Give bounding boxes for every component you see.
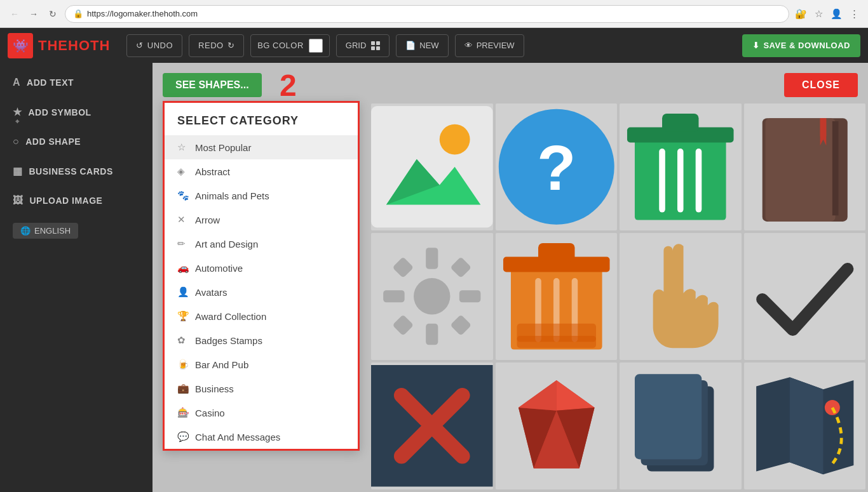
cards-icon: ▦	[13, 165, 23, 177]
category-item-most-popular[interactable]: ☆ Most Popular	[165, 135, 358, 159]
category-label: Bar And Pub	[195, 359, 248, 370]
grid-icon	[371, 41, 380, 50]
category-item-arrow[interactable]: ✕ Arrow	[165, 208, 358, 232]
star-cat-icon: ☆	[177, 142, 189, 153]
language-label: ENGLISH	[34, 226, 71, 236]
close-label: CLOSE	[802, 79, 840, 90]
sidebar-item-business-cards[interactable]: ▦ BUSINESS CARDS	[0, 156, 153, 186]
art-icon: ✏	[177, 238, 189, 249]
sidebar-item-add-text[interactable]: A ADD TEXT	[0, 68, 153, 97]
step-number: 2	[280, 69, 297, 102]
see-shapes-button[interactable]: SEE SHAPES...	[163, 73, 262, 97]
grid-button[interactable]: GRID	[336, 34, 390, 57]
symbol-grid: ?	[369, 101, 868, 492]
abstract-icon: ◈	[177, 166, 189, 177]
sidebar-item-upload-image[interactable]: 🖼 UPLOAD IMAGE	[0, 186, 153, 215]
symbol-map[interactable]	[744, 362, 866, 489]
save-label: SAVE & DOWNLOAD	[763, 41, 850, 50]
redo-icon: ↻	[227, 41, 235, 50]
category-item-avatars[interactable]: 👤 Avatars	[165, 280, 358, 304]
svg-rect-33	[517, 336, 595, 348]
category-label: Abstract	[195, 166, 230, 177]
logo-icon: 👾	[8, 33, 33, 58]
undo-icon: ↺	[136, 41, 144, 50]
step-indicator: 2	[280, 68, 297, 103]
language-badge[interactable]: 🌐 ENGLISH	[13, 223, 78, 239]
symbol-trash-green[interactable]	[620, 103, 742, 230]
svg-rect-45	[635, 375, 702, 460]
symbol-book[interactable]	[744, 103, 866, 230]
bookmark-icon[interactable]: ☆	[812, 8, 825, 20]
sidebar-label-upload-image: UPLOAD IMAGE	[30, 196, 103, 206]
category-label: Business	[195, 383, 234, 394]
save-button[interactable]: ⬇ SAVE & DOWNLOAD	[742, 34, 860, 57]
menu-icon[interactable]: ⋮	[848, 8, 860, 20]
symbol-gem[interactable]	[496, 362, 618, 489]
svg-rect-25	[450, 315, 471, 336]
sidebar-label-add-text: ADD TEXT	[27, 77, 74, 88]
symbol-landscape[interactable]	[371, 103, 493, 230]
svg-rect-14	[832, 121, 838, 215]
category-title: SELECT CATEGORY	[165, 103, 358, 135]
grid-label: GRID	[346, 41, 367, 50]
new-button[interactable]: 📄 NEW	[396, 34, 448, 57]
forward-button[interactable]: →	[27, 7, 41, 21]
category-label: Automotive	[195, 263, 243, 274]
svg-marker-47	[789, 377, 823, 474]
category-item-bar[interactable]: 🍺 Bar And Pub	[165, 352, 358, 376]
category-item-business[interactable]: 💼 Business	[165, 376, 358, 401]
sidebar-item-add-shape[interactable]: ○ ADD SHAPE	[0, 127, 153, 156]
category-item-art[interactable]: ✏ Art and Design	[165, 232, 358, 256]
symbol-trash-orange[interactable]	[496, 233, 618, 360]
sidebar-language: 🌐 ENGLISH	[0, 215, 153, 246]
symbol-gear[interactable]	[371, 233, 493, 360]
symbol-files[interactable]	[620, 362, 742, 489]
sidebar-label-add-shape: ADD SHAPE	[25, 136, 81, 147]
symbol-checkmark[interactable]	[744, 233, 866, 360]
svg-rect-24	[392, 315, 414, 336]
svg-rect-18	[426, 248, 438, 269]
eye-icon: 👁	[465, 41, 473, 50]
category-label: Animals and Pets	[195, 190, 269, 201]
logo-text: THEHOTH	[38, 37, 110, 54]
svg-rect-28	[538, 243, 574, 262]
category-panel: SELECT CATEGORY ☆ Most Popular ◈ Abstrac…	[163, 101, 360, 451]
preview-button[interactable]: 👁 PREVIEW	[455, 34, 524, 57]
svg-point-1	[440, 124, 470, 155]
bg-color-button[interactable]: BG COLOR	[250, 34, 330, 57]
symbol-question[interactable]: ?	[496, 103, 618, 230]
star-icon: ★	[13, 106, 22, 118]
url-text: https://logomaker.thehoth.com	[87, 9, 198, 18]
category-item-badges[interactable]: ✿ Badges Stamps	[165, 328, 358, 352]
category-label: Arrow	[195, 215, 220, 225]
symbol-x-dark[interactable]	[371, 362, 493, 489]
main-area: A ADD TEXT ★ ADD SYMBOL ⌖ ○ ADD SHAPE ▦ …	[0, 63, 868, 492]
sidebar-item-add-symbol[interactable]: ★ ADD SYMBOL ⌖	[0, 97, 153, 127]
category-item-automotive[interactable]: 🚗 Automotive	[165, 256, 358, 280]
symbol-hand[interactable]	[620, 233, 742, 360]
undo-label: UNDO	[147, 41, 173, 50]
undo-button[interactable]: ↺ UNDO	[126, 34, 182, 57]
profile-icon[interactable]: 👤	[830, 8, 843, 20]
category-item-casino[interactable]: 🎰 Casino	[165, 401, 358, 425]
upload-icon: 🖼	[13, 195, 24, 206]
security-icon[interactable]: 🔐	[794, 8, 807, 20]
redo-button[interactable]: REDO ↻	[189, 34, 244, 57]
text-icon: A	[13, 77, 20, 88]
category-item-animals[interactable]: 🐾 Animals and Pets	[165, 183, 358, 208]
refresh-button[interactable]: ↻	[46, 7, 60, 21]
sidebar-label-business-cards: BUSINESS CARDS	[29, 166, 113, 176]
close-button[interactable]: CLOSE	[784, 73, 858, 97]
back-button[interactable]: ←	[8, 7, 22, 21]
auto-icon: 🚗	[177, 262, 189, 274]
new-label: NEW	[419, 41, 438, 50]
casino-icon: 🎰	[177, 407, 189, 418]
arrow-icon: ✕	[177, 214, 189, 225]
category-item-abstract[interactable]: ◈ Abstract	[165, 159, 358, 183]
cursor-indicator: ⌖	[15, 117, 20, 126]
category-item-chat[interactable]: 💬 Chat And Messages	[165, 425, 358, 449]
url-bar[interactable]: 🔒 https://logomaker.thehoth.com	[65, 5, 789, 23]
bg-color-label: BG COLOR	[257, 41, 304, 50]
category-item-award[interactable]: 🏆 Award Collection	[165, 304, 358, 328]
logo-area: 👾 THEHOTH	[8, 33, 110, 58]
